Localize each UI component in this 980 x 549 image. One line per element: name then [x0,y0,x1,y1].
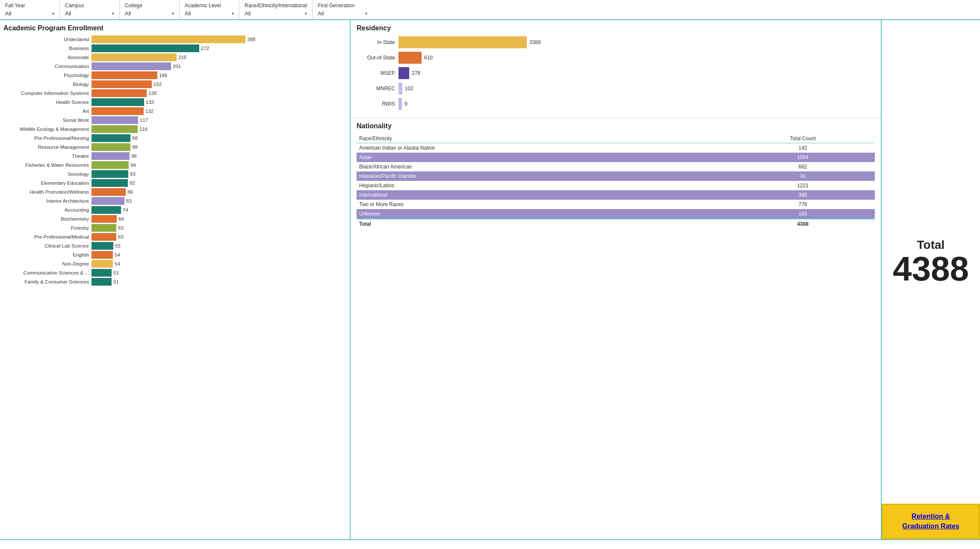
bar-container: 54 [92,251,346,259]
filter-select[interactable]: All ▾ [245,10,307,17]
bar-row: Sociology 93 [3,170,346,178]
bar-chart: Undeclared 388 Business 272 Associate 21… [3,35,346,286]
race-cell: American Indian or Alaska Native [357,143,731,153]
bar [92,134,130,142]
bar-value: 388 [247,37,255,42]
table-row: Black/African American 662 [357,162,875,171]
bar-container: 215 [92,53,346,61]
table-row: Total 4388 [357,219,875,229]
bar-label: Undeclared [3,37,89,42]
bar-row: Interior Architecture 83 [3,197,346,205]
race-cell: Hawaiian/Pacific Islander [357,171,731,181]
filter-value: All [65,10,71,17]
bar-container: 54 [92,260,346,268]
bar [92,62,171,70]
bar-container: 117 [92,116,346,124]
bar-row: Psychology 166 [3,71,346,79]
bar-row: Family & Consumer Sciences 51 [3,278,346,286]
bar-label: Fisheries & Water Resources [3,162,89,168]
bar-label: Elementary Education [3,180,89,186]
bar [92,107,144,115]
bar-container: 55 [92,242,346,250]
bar [92,161,129,169]
filter-item-first-generation[interactable]: First Generation All ▾ [313,0,372,19]
bar-value: 55 [115,243,121,248]
chevron-down-icon: ▾ [172,11,174,16]
bar-container: 133 [92,98,346,106]
bar-row: Non-Degree 54 [3,260,346,268]
retention-link[interactable]: Retention &Graduation Rates [902,513,959,529]
count-cell: 30 [731,171,875,181]
race-cell: International [357,190,731,200]
bar [92,71,157,79]
filter-select[interactable]: All ▾ [65,10,114,17]
bar-value: 86 [127,189,133,195]
bar-container: 98 [92,143,346,151]
bar-row: Computer Information Systems 139 [3,89,346,97]
academic-program-title: Academic Program Enrollment [3,24,346,32]
count-cell: 662 [731,162,875,171]
bar-value: 166 [159,73,167,78]
filter-label: Academic Level [185,3,234,9]
table-row: Asian 1004 [357,153,875,162]
nationality-table: Race/Ethnicity Total Count American Indi… [357,134,875,229]
bar-label: Health Promotion/Wellness [3,189,89,195]
bar-label: Social Work [3,118,89,123]
chevron-down-icon: ▾ [365,11,367,16]
residency-value: 278 [412,70,420,76]
chevron-down-icon: ▾ [305,11,307,16]
residency-section: Residency In-State 3389 Out-of-State 610… [351,20,881,118]
bar-label: Family & Consumer Sciences [3,279,89,284]
bar-row: Associate 215 [3,53,346,61]
bar [92,233,116,241]
filter-select[interactable]: All ▾ [318,10,367,17]
filter-value: All [5,10,11,17]
residency-bar-container: 610 [398,52,875,64]
residency-bar-container: 102 [398,83,875,94]
bar-label: Communication [3,64,89,69]
filter-item-race-ethnicity-international[interactable]: Race/Ethnicity/International All ▾ [239,0,313,19]
residency-bar-container: 3389 [398,36,875,48]
bar [92,278,112,286]
filter-select[interactable]: All ▾ [5,10,54,17]
bar-row: Biochemistry 64 [3,215,346,223]
bar-label: Non-Degree [3,261,89,266]
filter-item-campus[interactable]: Campus All ▾ [60,0,120,19]
bar-value: 54 [115,261,120,266]
bar-row: Undeclared 388 [3,35,346,43]
bar-label: Business [3,46,89,51]
bar-label: Computer Information Systems [3,91,89,96]
filter-select[interactable]: All ▾ [125,10,174,17]
table-row: Two or More Races 778 [357,200,875,209]
bar-value: 51 [113,270,119,275]
count-cell: 1004 [731,153,875,162]
bar-container: 166 [92,71,346,79]
filter-item-academic-level[interactable]: Academic Level All ▾ [180,0,239,19]
filter-select[interactable]: All ▾ [185,10,234,17]
bar-container: 51 [92,269,346,277]
residency-label: In-State [357,39,395,45]
bar-value: 93 [130,171,136,177]
bar-value: 92 [130,180,135,186]
bar-row: Business 272 [3,44,346,52]
count-cell: 778 [731,200,875,209]
bar [92,188,126,196]
residency-bar [398,67,409,79]
bar-label: Communication Sciences & ... [3,270,89,275]
bar [92,251,113,259]
race-cell: Hispanic/Latino [357,181,731,190]
retention-button[interactable]: Retention &Graduation Rates [882,504,980,539]
bar-row: Wildlife Ecology & Management 116 [3,125,346,133]
filter-label: Race/Ethnicity/International [245,3,307,9]
bar-value: 98 [132,136,138,141]
residency-value: 9 [404,101,407,107]
race-cell: Black/African American [357,162,731,171]
bar-value: 74 [123,207,128,213]
count-cell: 163 [731,209,875,219]
filter-item-fall-year[interactable]: Fall Year All ▾ [0,0,60,19]
filter-item-college[interactable]: College All ▾ [120,0,180,19]
bar-value: 152 [153,82,162,87]
bar-label: Health Science [3,100,89,105]
bar-row: Pre-Professional/Nursing 98 [3,134,346,142]
residency-label: MSEP [357,70,395,76]
